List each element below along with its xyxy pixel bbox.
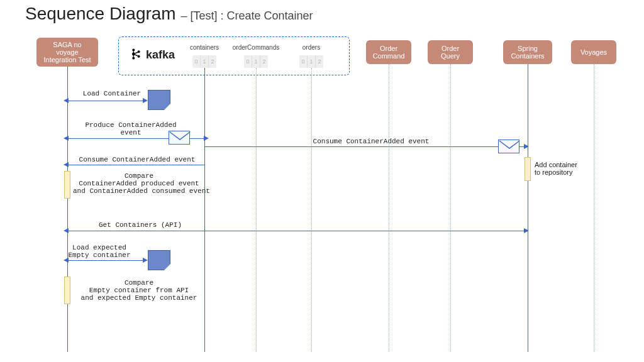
kafka-partitions-orders: 012 xyxy=(299,55,323,68)
label-compare-1: Compare ContainerAdded produced event an… xyxy=(73,172,205,195)
arrow-kafka-to-saga-head xyxy=(64,162,69,167)
title-sub: – [Test] : Create Container xyxy=(180,9,313,22)
activation-saga-2 xyxy=(64,277,70,304)
arrow-get-containers-head-right xyxy=(524,228,529,233)
svg-point-4 xyxy=(138,55,140,58)
svg-point-3 xyxy=(138,50,140,53)
participant-voyages: Voyages xyxy=(571,40,616,64)
lifeline-kafka-orders xyxy=(311,68,312,352)
arrow-kafka-to-spring-head xyxy=(524,144,529,149)
envelope-icon xyxy=(498,140,519,153)
label-get-containers: Get Containers (API) xyxy=(74,221,206,229)
arrow-kafka-to-saga xyxy=(68,165,204,165)
lifeline-voyages xyxy=(594,64,594,352)
kafka-topic-containers: containers xyxy=(182,44,226,51)
svg-point-0 xyxy=(132,49,135,52)
arrow-produce-event-head-right xyxy=(204,136,209,141)
kafka-topic-ordercommands: orderCommands xyxy=(228,44,284,51)
lifeline-kafka-containers xyxy=(204,68,205,352)
note-icon xyxy=(148,90,170,110)
arrow-load-expected-head-right xyxy=(143,258,148,263)
lifeline-order-command xyxy=(389,64,389,352)
kafka-topic-orders: orders xyxy=(289,44,333,51)
arrow-load-expected xyxy=(68,260,143,261)
kafka-label: kafka xyxy=(129,47,175,62)
label-load-expected: Load expected Empty container xyxy=(62,244,137,259)
svg-point-1 xyxy=(132,53,135,56)
label-kafka-to-spring: Consume ContainerAdded event xyxy=(296,138,447,145)
title-main: Sequence Diagram xyxy=(25,4,176,23)
arrow-load-container-head-left xyxy=(64,98,69,103)
envelope-icon xyxy=(169,131,190,145)
arrow-get-containers-head-left xyxy=(64,228,69,233)
activation-saga-1 xyxy=(64,171,70,199)
lifeline-order-query xyxy=(450,64,451,352)
label-add-repo: Add container to repository xyxy=(535,161,604,176)
lifeline-saga xyxy=(67,67,68,352)
label-load-container: Load Container xyxy=(74,90,150,97)
arrow-load-container-head-right xyxy=(143,98,148,103)
participant-spring-containers: Spring Containers xyxy=(503,40,552,64)
arrow-get-containers xyxy=(68,231,525,231)
activation-spring xyxy=(525,157,531,181)
svg-point-2 xyxy=(132,57,135,59)
note-icon xyxy=(148,250,170,270)
diagram-title: Sequence Diagram – [Test] : Create Conta… xyxy=(25,4,313,24)
arrow-produce-event-head-left xyxy=(64,136,69,141)
lifeline-spring-containers xyxy=(528,64,528,352)
arrow-load-container xyxy=(68,101,143,101)
label-kafka-to-saga: Consume ContainerAdded event xyxy=(74,156,200,163)
kafka-partitions-ordercommands: 012 xyxy=(244,55,268,68)
participant-saga: SAGA no voyage Integration Test xyxy=(36,38,98,67)
kafka-partitions-containers: 012 xyxy=(192,55,216,68)
label-compare-2: Compare Empty container from API and exp… xyxy=(73,279,205,302)
participant-order-query: Order Query xyxy=(428,40,473,64)
participant-order-command: Order Command xyxy=(366,40,411,64)
lifeline-kafka-ordercommands xyxy=(256,68,257,352)
arrow-kafka-to-spring xyxy=(204,146,525,147)
